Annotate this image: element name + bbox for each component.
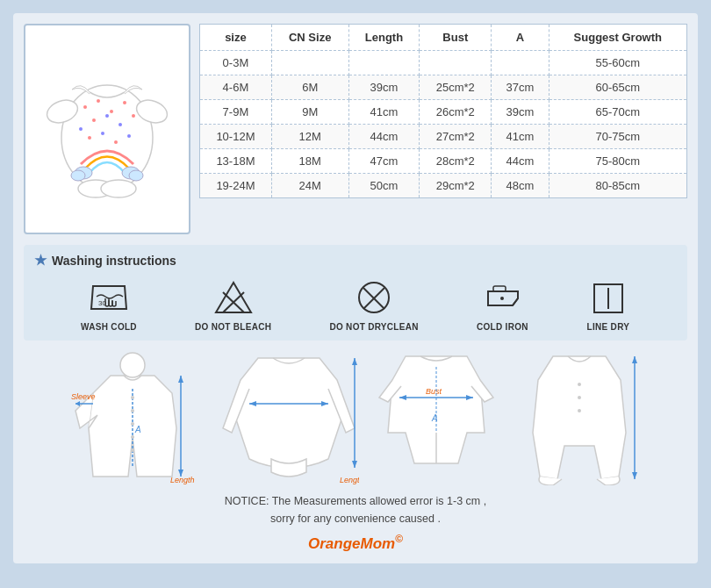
svg-point-12 — [88, 136, 91, 140]
col-header-cn: CN Size — [271, 25, 348, 51]
svg-point-14 — [114, 140, 118, 144]
brand-suffix: © — [395, 533, 403, 545]
line-dry-label: LINE DRY — [587, 322, 630, 332]
brand-name: OrangeMom© — [308, 535, 403, 552]
col-header-bust: Bust — [420, 25, 492, 51]
diagram-bodysuit: Length — [219, 349, 359, 485]
svg-text:30: 30 — [98, 299, 106, 307]
table-cell: 9M — [271, 100, 348, 125]
size-table-container: size CN Size Length Bust A Suggest Growt… — [199, 24, 687, 234]
table-cell: 25cm*2 — [420, 75, 492, 100]
cold-iron-icon — [480, 277, 524, 317]
svg-point-8 — [105, 114, 109, 118]
svg-point-7 — [92, 118, 96, 122]
star-icon: ★ — [34, 252, 47, 269]
table-cell: 75-80cm — [549, 149, 686, 174]
no-dryclean-icon — [352, 277, 396, 317]
svg-point-60 — [578, 383, 581, 386]
svg-point-3 — [83, 105, 87, 109]
line-dry-icon — [586, 277, 630, 317]
svg-point-15 — [127, 134, 131, 138]
table-cell: 0-3M — [200, 51, 272, 75]
col-header-a: A — [492, 25, 549, 51]
table-cell: 50cm — [348, 174, 420, 198]
table-row: 13-18M18M47cm28cm*244cm75-80cm — [200, 149, 687, 174]
svg-point-61 — [578, 396, 581, 399]
svg-point-46 — [131, 448, 134, 452]
svg-point-9 — [118, 123, 122, 126]
table-cell: 39cm — [348, 75, 420, 100]
table-cell — [420, 51, 492, 75]
col-header-length: Length — [348, 25, 420, 51]
svg-marker-64 — [632, 356, 637, 363]
wash-cold-label: WASH COLD — [81, 322, 137, 332]
table-cell: 41cm — [348, 100, 420, 125]
svg-point-32 — [120, 353, 145, 377]
svg-marker-49 — [352, 461, 357, 468]
no-bleach-label: DO NOT BLEACH — [195, 322, 271, 332]
diagram-full-body: Sleeve A Length — [67, 349, 212, 485]
table-row: 19-24M24M50cm29cm*248cm80-85cm — [200, 174, 687, 198]
table-cell: 47cm — [348, 149, 420, 174]
brand-section: OrangeMom© — [24, 533, 687, 553]
size-table: size CN Size Length Bust A Suggest Growt… — [199, 24, 687, 198]
table-row: 10-12M12M44cm27cm*241cm70-75cm — [200, 125, 687, 149]
diagram-romper: Bust A — [366, 349, 506, 485]
table-row: 0-3M55-60cm — [200, 51, 687, 75]
svg-point-10 — [79, 127, 83, 131]
svg-text:A: A — [431, 413, 438, 423]
no-dryclean-item: DO NOT DRYCLEAN — [329, 277, 418, 332]
washing-icons: 30 WASH COLD DO NOT BLEACH — [34, 277, 677, 332]
svg-point-44 — [131, 422, 134, 426]
table-cell: 37cm — [492, 75, 549, 100]
svg-point-5 — [110, 110, 113, 113]
notice-section: NOTICE: The Measurements allowed error i… — [24, 492, 687, 527]
svg-text:Sleeve: Sleeve — [71, 392, 96, 401]
table-cell: 28cm*2 — [420, 149, 492, 174]
svg-text:A: A — [134, 425, 141, 434]
table-cell — [492, 51, 549, 75]
svg-point-6 — [123, 101, 126, 104]
table-cell: 44cm — [492, 149, 549, 174]
diagram-section: Sleeve A Length — [24, 349, 687, 485]
svg-point-4 — [97, 99, 100, 103]
washing-title-text: Washing instructions — [52, 254, 176, 268]
svg-point-62 — [578, 409, 581, 412]
cold-iron-item: COLD IRON — [477, 277, 528, 332]
no-bleach-icon — [212, 277, 255, 317]
svg-marker-34 — [75, 401, 80, 406]
table-cell: 12M — [271, 125, 348, 149]
table-cell: 7-9M — [200, 100, 272, 125]
product-image — [24, 24, 190, 234]
washing-title: ★ Washing instructions — [34, 252, 677, 269]
table-cell — [348, 51, 420, 75]
svg-point-17 — [71, 170, 85, 181]
svg-point-42 — [131, 396, 134, 399]
svg-point-43 — [131, 409, 134, 412]
svg-point-45 — [131, 435, 134, 439]
table-cell: 13-18M — [200, 149, 272, 174]
table-cell: 55-60cm — [549, 51, 686, 75]
svg-text:Length: Length — [170, 476, 195, 484]
svg-point-19 — [129, 170, 143, 181]
table-cell: 48cm — [492, 174, 549, 198]
notice-line1: NOTICE: The Measurements allowed error i… — [24, 492, 687, 510]
notice-line2: sorry for any convenience caused . — [24, 510, 687, 527]
table-cell: 39cm — [492, 100, 549, 125]
table-cell: 26cm*2 — [420, 100, 492, 125]
svg-marker-65 — [632, 472, 637, 479]
main-container: size CN Size Length Bust A Suggest Growt… — [13, 13, 698, 563]
table-cell: 70-75cm — [549, 125, 686, 149]
table-cell: 41cm — [492, 125, 549, 149]
col-header-suggest: Suggest Growth — [549, 25, 686, 51]
table-cell: 80-85cm — [549, 174, 686, 198]
svg-text:Length: Length — [340, 476, 359, 484]
table-cell: 4-6M — [200, 75, 272, 100]
table-cell — [271, 51, 348, 75]
col-header-size: size — [200, 25, 272, 51]
svg-point-29 — [500, 297, 504, 300]
line-dry-item: LINE DRY — [586, 277, 630, 332]
svg-point-11 — [132, 114, 135, 118]
table-row: 4-6M6M39cm25cm*237cm60-65cm — [200, 75, 687, 100]
no-bleach-item: DO NOT BLEACH — [195, 277, 271, 332]
